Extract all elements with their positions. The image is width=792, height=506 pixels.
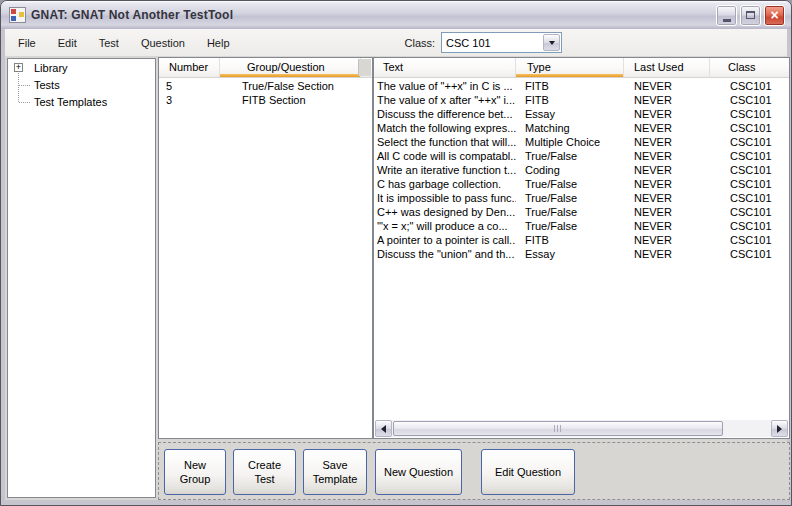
table-cell: NEVER (624, 177, 710, 191)
table-cell: 3 (159, 93, 220, 107)
table-cell: CSC101 (710, 233, 789, 247)
minimize-button[interactable] (716, 5, 737, 26)
menu-test[interactable]: Test (90, 34, 128, 52)
table-cell: '"x = x;" will produce a co... (374, 219, 516, 233)
table-row[interactable]: '"x = x;" will produce a co...True/False… (374, 219, 789, 233)
column-header-last-used[interactable]: Last Used (624, 58, 710, 77)
column-header-number[interactable]: Number (159, 58, 220, 77)
tree-item-test-templates[interactable]: Test Templates (8, 94, 155, 110)
column-header-text[interactable]: Text (374, 58, 516, 77)
horizontal-scrollbar[interactable] (375, 420, 788, 437)
tree-item-label[interactable]: Library (34, 60, 68, 76)
table-cell: NEVER (624, 93, 710, 107)
groups-list-rows: 5True/False Section3FITB Section (159, 79, 372, 438)
menu-edit[interactable]: Edit (49, 34, 86, 52)
table-cell: FITB Section (220, 93, 360, 107)
tree-connector-line (19, 85, 30, 86)
class-combobox[interactable]: CSC 101 (441, 32, 562, 53)
table-cell: NEVER (624, 121, 710, 135)
edit-question-button[interactable]: Edit Question (481, 449, 575, 495)
close-button[interactable]: × (764, 5, 785, 26)
create-test-button[interactable]: Create Test (233, 449, 296, 495)
scroll-left-button[interactable] (375, 420, 392, 437)
app-icon (9, 7, 26, 23)
scrollbar-thumb[interactable] (393, 421, 723, 436)
table-cell: CSC101 (710, 121, 789, 135)
table-cell: A pointer to a pointer is call... (374, 233, 516, 247)
tree-item-label[interactable]: Test Templates (34, 94, 107, 110)
column-header-class[interactable]: Class (710, 58, 789, 77)
table-cell: CSC101 (710, 191, 789, 205)
table-row[interactable]: All C code will is compatabl...True/Fals… (374, 149, 789, 163)
table-row[interactable]: Match the following expres...MatchingNEV… (374, 121, 789, 135)
chevron-down-icon (549, 41, 555, 45)
table-cell: C has garbage collection. (374, 177, 516, 191)
tree-item-label[interactable]: Tests (34, 77, 60, 93)
close-icon: × (770, 8, 778, 22)
combobox-dropdown-button[interactable] (543, 34, 560, 51)
menubar: File Edit Test Question Help Class: CSC … (5, 29, 787, 56)
groups-list: Number Group/Question 5True/False Sectio… (158, 57, 373, 439)
table-cell: True/False Section (220, 79, 360, 93)
screen: GNAT: GNAT Not Another TestTool × File E… (0, 0, 792, 506)
maximize-button[interactable] (740, 5, 761, 26)
table-cell: 5 (159, 79, 220, 93)
table-cell: FITB (516, 93, 624, 107)
table-row[interactable]: 3FITB Section (159, 93, 372, 107)
table-cell: NEVER (624, 149, 710, 163)
library-tree: + Library Tests Test Templates (7, 58, 156, 498)
tree-item-tests[interactable]: Tests (8, 77, 155, 93)
app-icon-red-square (11, 9, 16, 14)
arrow-right-icon (777, 425, 782, 433)
column-header-type[interactable]: Type (516, 58, 624, 77)
window-title: GNAT: GNAT Not Another TestTool (31, 8, 716, 22)
minimize-icon (723, 19, 731, 22)
table-cell: Essay (516, 107, 624, 121)
table-row[interactable]: Write an iterative function t...CodingNE… (374, 163, 789, 177)
column-header-group-question[interactable]: Group/Question (220, 58, 361, 77)
new-question-button[interactable]: New Question (375, 449, 462, 495)
table-cell: CSC101 (710, 177, 789, 191)
table-row[interactable]: Select the function that will...Multiple… (374, 135, 789, 149)
tree-item-library[interactable]: + Library (8, 60, 155, 76)
table-cell: NEVER (624, 205, 710, 219)
window-content: File Edit Test Question Help Class: CSC … (5, 29, 787, 500)
table-row[interactable]: Discuss the "union" and th...EssayNEVERC… (374, 247, 789, 261)
table-cell: CSC101 (710, 79, 789, 93)
table-row[interactable]: A pointer to a pointer is call...FITBNEV… (374, 233, 789, 247)
table-cell: Write an iterative function t... (374, 163, 516, 177)
table-cell: The value of "++x" in C is ... (374, 79, 516, 93)
table-row[interactable]: Discuss the difference bet...EssayNEVERC… (374, 107, 789, 121)
expand-icon[interactable]: + (14, 63, 23, 72)
menu-question[interactable]: Question (132, 34, 194, 52)
table-cell: NEVER (624, 191, 710, 205)
table-row[interactable]: 5True/False Section (159, 79, 372, 93)
table-row[interactable]: The value of x after "++x" i...FITBNEVER… (374, 93, 789, 107)
scroll-right-button[interactable] (771, 420, 788, 437)
new-group-button[interactable]: New Group (164, 449, 226, 495)
table-cell: The value of x after "++x" i... (374, 93, 516, 107)
class-combobox-value: CSC 101 (442, 37, 543, 49)
table-row[interactable]: The value of "++x" in C is ...FITBNEVERC… (374, 79, 789, 93)
table-cell: CSC101 (710, 93, 789, 107)
table-cell: CSC101 (710, 149, 789, 163)
table-cell: True/False (516, 149, 624, 163)
table-row[interactable]: C++ was designed by Den...True/FalseNEVE… (374, 205, 789, 219)
table-cell: Match the following expres... (374, 121, 516, 135)
table-row[interactable]: C has garbage collection.True/FalseNEVER… (374, 177, 789, 191)
table-cell: Discuss the difference bet... (374, 107, 516, 121)
app-icon-yellow-square (19, 12, 24, 17)
save-template-button[interactable]: Save Template (303, 449, 367, 495)
table-cell: NEVER (624, 233, 710, 247)
titlebar[interactable]: GNAT: GNAT Not Another TestTool × (1, 1, 791, 29)
table-cell: All C code will is compatabl... (374, 149, 516, 163)
table-cell: CSC101 (710, 107, 789, 121)
table-cell: CSC101 (710, 163, 789, 177)
action-button-panel: New Group Create Test Save Template New … (158, 442, 790, 500)
table-cell: CSC101 (710, 135, 789, 149)
table-cell: Discuss the "union" and th... (374, 247, 516, 261)
menu-file[interactable]: File (9, 34, 45, 52)
menu-help[interactable]: Help (198, 34, 239, 52)
table-cell: NEVER (624, 79, 710, 93)
table-row[interactable]: It is impossible to pass func...True/Fal… (374, 191, 789, 205)
